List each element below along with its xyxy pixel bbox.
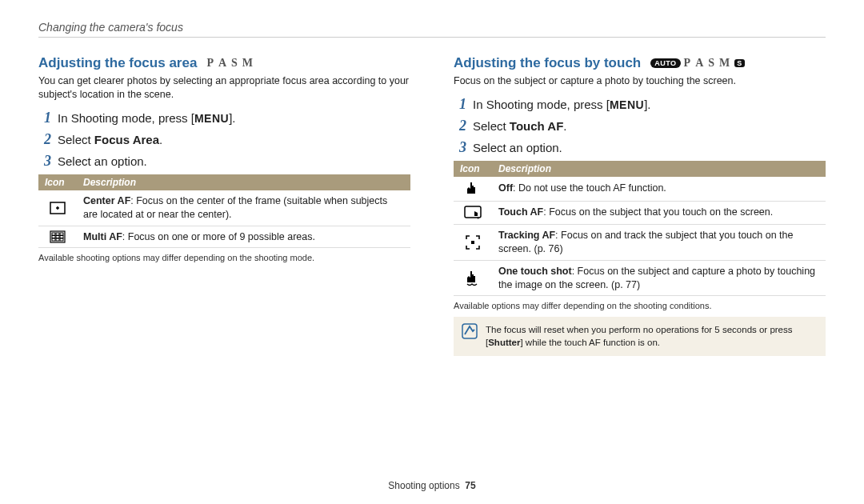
divider — [38, 37, 826, 38]
mode-auto: AUTO — [650, 58, 680, 68]
table-row: One touch shot: Focus on the subject and… — [454, 260, 826, 296]
table-row: Multi AF: Focus on one or more of 9 poss… — [38, 226, 410, 248]
step-text: In Shooting mode, press [ — [473, 98, 610, 111]
mode-s: S — [708, 57, 716, 70]
page-footer: Shooting options 75 — [0, 480, 864, 491]
mode-m: M — [719, 57, 731, 70]
mode-scene: S — [734, 59, 745, 67]
col-header-icon: Icon — [454, 161, 492, 177]
step-text: . — [563, 119, 566, 133]
right-column: Adjusting the focus by touch AUTO P A S … — [454, 55, 826, 356]
table-row: Center AF: Focus on the center of the fr… — [38, 190, 410, 226]
info-icon — [462, 323, 478, 339]
mode-a: A — [218, 57, 228, 70]
section-heading-touch-af: Adjusting the focus by touch AUTO P A S … — [454, 55, 826, 71]
svg-rect-11 — [56, 238, 59, 241]
svg-rect-9 — [60, 235, 63, 238]
mode-a: A — [695, 57, 705, 70]
step-number: 3 — [454, 139, 466, 156]
step-number: 1 — [38, 110, 51, 126]
svg-rect-7 — [52, 235, 55, 238]
tracking-af-icon — [454, 224, 492, 260]
footnote: Available options may differ depending o… — [454, 301, 826, 310]
step-text: Select — [473, 119, 510, 133]
center-af-icon — [38, 190, 77, 226]
heading-text: Adjusting the focus area — [38, 55, 197, 71]
callout-text: ] while the touch AF function is on. — [520, 338, 660, 347]
mode-p: P — [206, 57, 215, 70]
left-column: Adjusting the focus area P A S M You can… — [38, 55, 410, 356]
step-2: 2 Select Touch AF. — [454, 118, 826, 134]
step-text: Select — [58, 133, 94, 146]
row-text: : Focus on the subject that you touch on… — [543, 206, 773, 218]
row-bold: Multi AF — [83, 231, 122, 242]
svg-rect-12 — [60, 238, 63, 241]
col-header-desc: Description — [77, 174, 410, 190]
table-row: + Touch AF: Focus on the subject that yo… — [454, 201, 826, 224]
step-text: ]. — [229, 111, 235, 125]
footnote: Available shooting options may differ de… — [38, 253, 410, 262]
mode-m: M — [242, 57, 254, 70]
col-header-desc: Description — [492, 161, 826, 177]
mode-s: S — [231, 57, 239, 70]
steps-list: 1 In Shooting mode, press [MENU]. 2 Sele… — [454, 96, 826, 156]
content-columns: Adjusting the focus area P A S M You can… — [38, 55, 826, 356]
intro-text: Focus on the subject or capture a photo … — [454, 74, 826, 88]
svg-rect-8 — [56, 235, 59, 238]
off-icon — [454, 177, 492, 202]
svg-rect-6 — [60, 233, 63, 235]
step-bold: Touch AF — [510, 119, 564, 133]
step-number: 1 — [454, 96, 466, 113]
step-1: 1 In Shooting mode, press [MENU]. — [454, 96, 826, 113]
step-1: 1 In Shooting mode, press [MENU]. — [38, 110, 410, 126]
menu-button-label: MENU — [194, 112, 229, 125]
svg-rect-10 — [52, 238, 55, 241]
heading-text: Adjusting the focus by touch — [454, 55, 641, 71]
table-row: Off: Do not use the touch AF function. — [454, 177, 826, 202]
row-bold: Center AF — [83, 195, 130, 206]
breadcrumb: Changing the camera's focus — [38, 21, 826, 34]
section-heading-focus-area: Adjusting the focus area P A S M — [38, 55, 410, 71]
focus-area-table: Icon Description Center AF: Focus on the… — [38, 174, 410, 249]
step-number: 2 — [38, 131, 51, 148]
row-bold: Off — [498, 182, 513, 194]
col-header-icon: Icon — [38, 174, 77, 190]
step-number: 3 — [38, 153, 51, 170]
step-text: Select an option. — [473, 141, 562, 154]
table-row: Tracking AF: Focus on and track the subj… — [454, 224, 826, 260]
svg-rect-5 — [56, 233, 59, 235]
step-text: In Shooting mode, press [ — [58, 111, 194, 125]
svg-rect-15 — [471, 241, 474, 244]
mode-indicators: P A S M — [206, 57, 254, 70]
step-text: Select an option. — [58, 154, 147, 168]
callout-bold: Shutter — [488, 338, 520, 347]
mode-p: P — [684, 57, 693, 70]
step-2: 2 Select Focus Area. — [38, 131, 410, 148]
mode-indicators: AUTO P A S M S — [650, 57, 745, 70]
intro-text: You can get clearer photos by selecting … — [38, 74, 410, 102]
one-touch-shot-icon — [454, 260, 492, 296]
note-callout: The focus will reset when you perform no… — [454, 317, 826, 355]
row-bold: Touch AF — [498, 206, 543, 218]
steps-list: 1 In Shooting mode, press [MENU]. 2 Sele… — [38, 110, 410, 170]
step-3: 3 Select an option. — [38, 153, 410, 170]
row-text: : Do not use the touch AF function. — [513, 182, 666, 194]
page-number: 75 — [465, 480, 475, 491]
touch-af-table: Icon Description Off: Do not use the tou… — [454, 161, 826, 297]
multi-af-icon — [38, 226, 77, 248]
step-number: 2 — [454, 118, 466, 134]
step-bold: Focus Area — [94, 133, 159, 146]
step-text: . — [159, 133, 162, 146]
svg-rect-4 — [52, 233, 55, 235]
step-text: ]. — [644, 98, 650, 111]
row-bold: One touch shot — [498, 266, 572, 277]
step-3: 3 Select an option. — [454, 139, 826, 156]
svg-text:+: + — [477, 215, 480, 220]
row-text: : Focus on one or more of 9 possible are… — [122, 231, 315, 242]
footer-section: Shooting options — [388, 480, 459, 491]
menu-button-label: MENU — [610, 98, 644, 111]
touch-af-icon: + — [454, 201, 492, 224]
row-bold: Tracking AF — [498, 230, 555, 241]
